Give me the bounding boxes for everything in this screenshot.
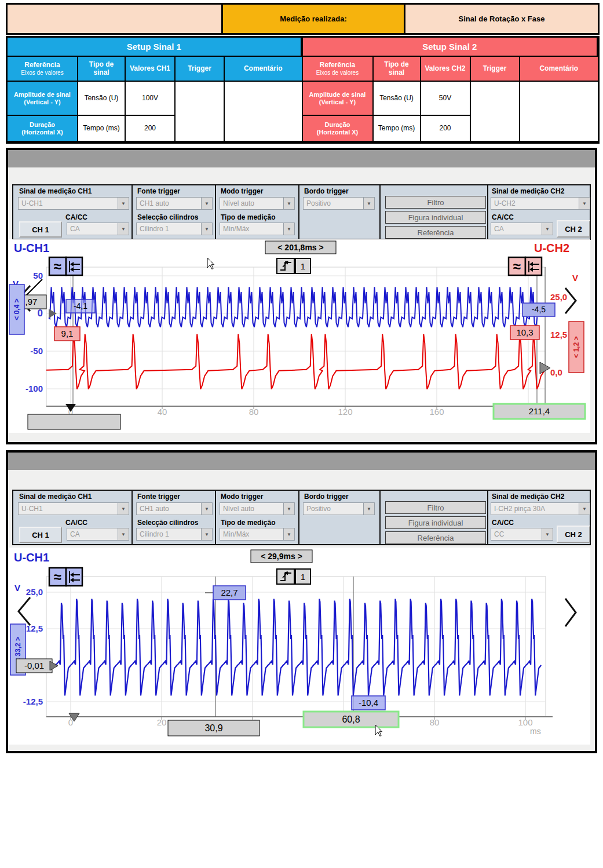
col-tipo: Tipo desinal [374, 57, 421, 82]
chevron-down-icon[interactable]: ▼ [118, 528, 129, 540]
ch1-button[interactable]: CH 1 [19, 527, 62, 543]
chevron-down-icon[interactable]: ▼ [201, 198, 212, 209]
chevron-down-icon[interactable]: ▼ [542, 223, 553, 235]
chevron-down-icon[interactable]: ▼ [579, 198, 590, 209]
chevron-down-icon[interactable]: ▼ [118, 223, 129, 235]
ch1-cacc-value: CA [67, 528, 118, 540]
fonte-trigger-label: Fonte trigger [137, 187, 180, 195]
tipo-medicao-dropdown[interactable]: Min/Máx▼ [220, 223, 295, 235]
bordo-trigger-dropdown[interactable]: Positivo▼ [303, 502, 375, 515]
ch1-cacc-dropdown[interactable]: CA▼ [67, 528, 129, 541]
col-tipo-line1: Tipo de [384, 61, 408, 69]
row-duracao-ref: Duração(Horizontal X) [8, 116, 78, 142]
row-amplitude-line2: (Vertical - Y) [24, 99, 60, 106]
cacc-label: CA/CC [65, 519, 87, 527]
svg-text:160: 160 [429, 407, 444, 417]
modo-trigger-value: Nível auto [220, 198, 283, 209]
ch1-cacc-value: CA [67, 223, 118, 235]
ch1-range-value: < 0,4 > [13, 298, 21, 320]
scope2-plot: 02040608010025,012,5-12,5 U-CH1 < 29,9ms… [8, 548, 590, 745]
row-duracao-ref: Duração(Horizontal X) [303, 116, 374, 142]
scope-window-1: Sinal de medição CH1 U-CH1▼ CA/CC CH 1 C… [6, 148, 597, 444]
svg-text:80: 80 [430, 717, 440, 727]
setup-sinal2-title: Setup Sinal 2 [303, 38, 598, 57]
ch2-trace-label: U-CH2 [534, 242, 569, 254]
modo-trigger-dropdown[interactable]: Nível auto▼ [220, 502, 295, 515]
chevron-down-icon[interactable]: ▼ [201, 503, 212, 515]
bordo-trigger-value: Positivo [304, 503, 363, 515]
setup-sinal1: Setup Sinal 1 ReferênciaEixos de valores… [8, 38, 303, 142]
ch1-signal-dropdown[interactable]: U-CH1▼ [18, 502, 129, 515]
ch1-position-icon[interactable] [66, 568, 82, 586]
figura-individual-button[interactable]: Figura individual [385, 516, 486, 529]
tipo-medicao-dropdown[interactable]: Min/Máx▼ [220, 528, 295, 541]
figura-individual-button[interactable]: Figura individual [385, 211, 486, 224]
ch1-cacc-dropdown[interactable]: CA▼ [67, 223, 129, 235]
cilindros-dropdown[interactable]: Cilindro 1▼ [136, 528, 213, 541]
ch2-cacc-dropdown[interactable]: CA▼ [491, 223, 553, 235]
time-readout-box-empty[interactable] [28, 414, 120, 429]
chevron-down-icon[interactable]: ▼ [542, 528, 553, 540]
ch2-marker-left: 9,1 [61, 329, 74, 338]
svg-text:80: 80 [249, 407, 259, 417]
col-tipo-line2: sinal [389, 69, 404, 77]
referencia-button[interactable]: Referência [385, 531, 486, 544]
fonte-trigger-dropdown[interactable]: CH1 auto▼ [136, 197, 213, 210]
chevron-down-icon[interactable]: ▼ [283, 503, 294, 515]
tipo-medicao-label: Tipo de medição [221, 213, 275, 221]
document-page: Medição realizada: Sinal de Rotação x Fa… [0, 0, 603, 868]
chevron-down-icon[interactable]: ▼ [283, 223, 294, 235]
chevron-down-icon[interactable]: ▼ [579, 503, 590, 515]
filtro-button[interactable]: Filtro [385, 196, 486, 209]
trigger-count: 1 [301, 261, 305, 271]
toolbar-divider [298, 185, 299, 239]
fonte-trigger-dropdown[interactable]: CH1 auto▼ [136, 502, 213, 515]
wave-icon: ≈ [53, 569, 61, 585]
chevron-down-icon[interactable]: ▼ [363, 503, 374, 515]
chevron-down-icon[interactable]: ▼ [201, 528, 212, 540]
filtro-button[interactable]: Filtro [385, 501, 486, 514]
col-valores-ch2: Valores CH2 [421, 57, 471, 82]
ch2-cacc-value: CC [491, 528, 542, 540]
modo-trigger-dropdown[interactable]: Nível auto▼ [220, 197, 295, 210]
row-amplitude-valor: 50V [421, 82, 471, 116]
time-marker-1: 30,9 [204, 723, 222, 733]
ch2-signal-dropdown[interactable]: U-CH2▼ [491, 197, 590, 210]
row-amplitude-tipo: Tensão (U) [374, 82, 421, 116]
svg-text:100: 100 [518, 717, 532, 727]
chevron-down-icon[interactable]: ▼ [118, 198, 129, 209]
bordo-trigger-dropdown[interactable]: Positivo▼ [303, 197, 375, 210]
time-marker-2: 60,8 [342, 714, 360, 724]
svg-text:20: 20 [157, 717, 167, 727]
col-referencia-line2: Eixos de valores [316, 70, 359, 76]
measurement-value: Sinal de Rotação x Fase [405, 5, 598, 33]
cilindros-value: Cilindro 1 [137, 528, 201, 540]
svg-text:0: 0 [38, 308, 43, 319]
chevron-down-icon[interactable]: ▼ [118, 503, 129, 515]
row-amplitude-ref: Amplitude de sinal(Vertical - Y) [8, 82, 78, 116]
col-trigger: Trigger [471, 57, 520, 82]
ch1-position-icon[interactable] [66, 257, 82, 275]
scope-window-2: Sinal de medição CH1 U-CH1▼ CA/CC CH 1 C… [6, 450, 597, 753]
ch2-signal-value: U-CH2 [491, 198, 579, 209]
referencia-button[interactable]: Referência [385, 226, 486, 239]
bordo-trigger-value: Positivo [304, 198, 363, 209]
cilindros-dropdown[interactable]: Cilindro 1▼ [136, 223, 213, 235]
chevron-down-icon[interactable]: ▼ [201, 223, 212, 235]
ch2-position-icon[interactable] [525, 257, 542, 275]
tipo-medicao-value: Min/Máx [220, 223, 283, 235]
ch1-signal-dropdown[interactable]: U-CH1▼ [18, 197, 129, 210]
ch2-button[interactable]: CH 2 [557, 220, 590, 238]
ch2-button[interactable]: CH 2 [557, 526, 590, 543]
ch2-signal-dropdown[interactable]: I-CH2 pinça 30A▼ [491, 502, 590, 515]
row-duracao-valor: 200 [421, 116, 471, 142]
x-axis-unit: ms [530, 727, 541, 736]
setup-table: Setup Sinal 1 ReferênciaEixos de valores… [6, 36, 600, 144]
col-referencia: ReferênciaEixos de valores [303, 57, 374, 82]
ch1-button[interactable]: CH 1 [19, 221, 62, 238]
chevron-down-icon[interactable]: ▼ [283, 198, 294, 209]
chevron-down-icon[interactable]: ▼ [283, 528, 294, 540]
ch2-cacc-dropdown[interactable]: CC▼ [491, 528, 553, 541]
ch1-trace-label: U-CH1 [14, 551, 49, 564]
chevron-down-icon[interactable]: ▼ [363, 198, 374, 209]
